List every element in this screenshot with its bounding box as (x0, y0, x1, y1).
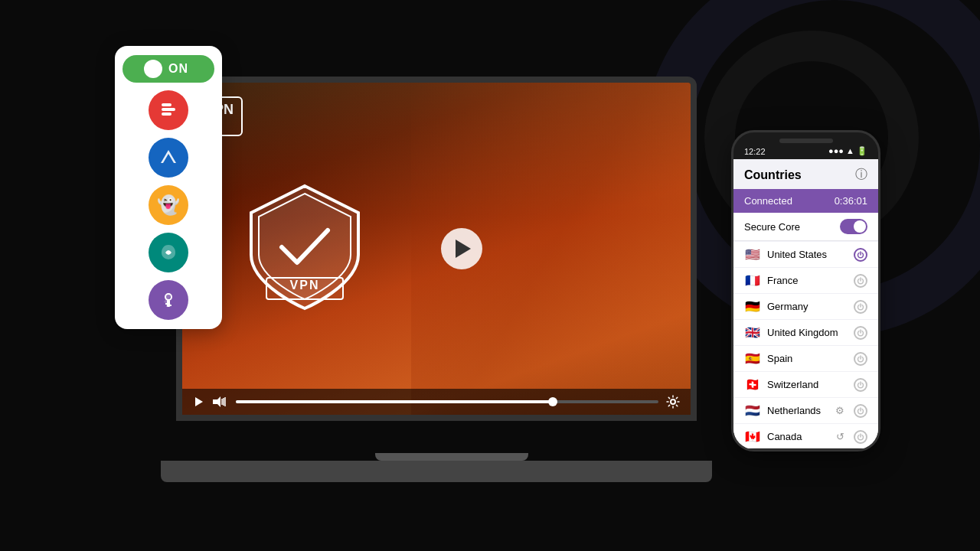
country-name: Netherlands (767, 405, 829, 416)
country-flag: 🇳🇱 (744, 403, 761, 418)
phone-header: Countries ⓘ (733, 159, 878, 189)
secure-core-label: Secure Core (744, 221, 800, 233)
refresh-icon[interactable]: ↺ (836, 431, 844, 442)
svg-marker-9 (195, 397, 203, 406)
power-button[interactable] (854, 248, 867, 262)
country-item[interactable]: 🇩🇪Germany (733, 294, 878, 320)
country-flag: 🇨🇦 (744, 429, 761, 444)
laptop-wrapper: VPN .com VPN (176, 77, 727, 482)
progress-fill (236, 400, 553, 403)
country-item[interactable]: 🇳🇱Netherlands⚙ (733, 398, 878, 424)
player-controls (182, 389, 691, 415)
svg-point-14 (671, 399, 675, 404)
svg-rect-8 (266, 278, 343, 299)
svg-marker-10 (213, 396, 220, 407)
country-flag: 🇬🇧 (744, 325, 761, 340)
progress-bar[interactable] (236, 400, 658, 403)
country-name: Spain (767, 353, 848, 364)
country-list: 🇺🇸United States🇫🇷France🇩🇪Germany🇬🇧United… (733, 242, 878, 448)
sidebar-panel: ON 👻 (115, 46, 222, 329)
laptop-base (161, 461, 712, 482)
secure-core-row: Secure Core (733, 213, 878, 241)
surfshark-icon[interactable] (149, 233, 188, 272)
laptop-notch (375, 453, 528, 461)
power-button[interactable] (854, 274, 867, 288)
nordvpn-icon[interactable] (149, 138, 188, 178)
phone-header-title: Countries (744, 168, 802, 182)
phone-status-bar: 12:22 ●●● ▲ 🔋 (733, 146, 878, 159)
country-name: United Kingdom (767, 327, 848, 338)
country-flag: 🇺🇸 (744, 247, 761, 262)
phone-content: Countries ⓘ Connected 0:36:01 Secure Cor… (733, 159, 878, 448)
country-flag: 🇫🇷 (744, 273, 761, 288)
cyberghost-icon[interactable]: 👻 (149, 185, 188, 225)
power-button[interactable] (854, 378, 867, 392)
shield-overlay: VPN (243, 178, 366, 319)
power-button[interactable] (854, 326, 867, 340)
country-name: Germany (767, 301, 848, 312)
toggle-label: ON (168, 62, 188, 76)
country-item[interactable]: 🇺🇸United States (733, 242, 878, 268)
secure-core-thumb (854, 220, 866, 233)
svg-rect-0 (162, 108, 175, 111)
country-flag: 🇪🇸 (744, 351, 761, 366)
connected-row[interactable]: Connected 0:36:01 (733, 189, 878, 213)
phone-notch (779, 139, 833, 143)
toggle-circle (144, 60, 162, 78)
volume-button[interactable] (213, 396, 228, 408)
play-pause-button[interactable] (193, 396, 205, 408)
country-name: Canada (767, 431, 830, 442)
power-button[interactable] (854, 352, 867, 366)
country-item[interactable]: 🇫🇷France (733, 268, 878, 294)
country-item[interactable]: 🇬🇧United Kingdom (733, 320, 878, 346)
play-triangle (456, 240, 471, 258)
country-name: Switzerland (767, 379, 848, 390)
connected-label: Connected (744, 195, 792, 207)
power-button[interactable] (854, 404, 867, 418)
svg-rect-6 (169, 305, 172, 306)
expressvpn-icon[interactable] (149, 90, 188, 130)
settings-icon[interactable]: ⚙ (835, 405, 844, 416)
power-button[interactable] (854, 430, 867, 444)
connected-time: 0:36:01 (835, 195, 867, 207)
country-flag: 🇨🇭 (744, 377, 761, 392)
settings-button[interactable] (666, 395, 680, 409)
phone-wrapper: 12:22 ●●● ▲ 🔋 Countries ⓘ Connected 0:36… (731, 130, 880, 452)
laptop-screen: VPN .com VPN (176, 77, 697, 421)
phone-signal: ●●● ▲ 🔋 (828, 146, 867, 156)
progress-thumb[interactable] (548, 397, 557, 406)
country-item[interactable]: 🇪🇸Spain (733, 346, 878, 372)
phone-info-icon[interactable]: ⓘ (855, 167, 867, 183)
country-name: United States (767, 249, 848, 260)
video-area: VPN .com VPN (182, 83, 691, 415)
vpn-toggle[interactable]: ON (122, 55, 214, 83)
country-name: France (767, 275, 848, 286)
country-flag: 🇩🇪 (744, 299, 761, 314)
svg-rect-5 (165, 303, 168, 305)
power-button[interactable] (854, 300, 867, 314)
svg-rect-2 (162, 103, 172, 106)
play-button-center[interactable] (441, 228, 482, 269)
country-item[interactable]: 🇨🇦Canada↺ (733, 424, 878, 448)
phone-time: 12:22 (744, 147, 766, 156)
keyvpn-icon[interactable] (149, 280, 188, 320)
svg-rect-1 (162, 112, 172, 116)
secure-core-toggle[interactable] (840, 219, 867, 234)
country-item[interactable]: 🇨🇭Switzerland (733, 372, 878, 398)
